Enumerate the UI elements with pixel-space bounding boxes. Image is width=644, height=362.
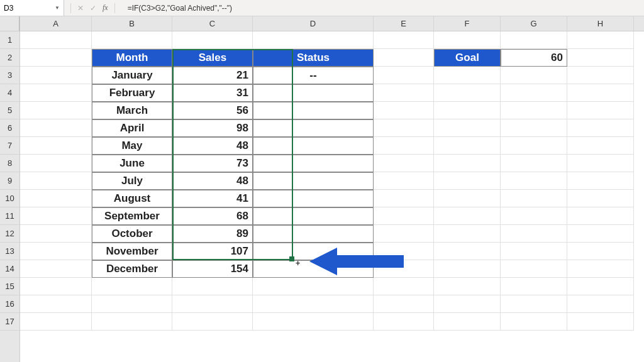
cell[interactable]: 41 [172,190,253,207]
cell[interactable] [20,49,92,67]
row-header[interactable]: 2 [0,49,19,67]
cell[interactable]: December [92,260,172,278]
row-header[interactable]: 6 [0,119,19,137]
cell[interactable] [567,155,634,172]
column-header[interactable]: E [374,16,434,31]
cell[interactable] [501,313,567,331]
cell[interactable] [434,278,501,295]
cell[interactable] [567,119,634,137]
cell[interactable] [20,243,92,260]
cell[interactable]: October [92,225,172,243]
cell[interactable] [374,225,434,243]
cell[interactable] [253,172,374,190]
cell[interactable] [501,84,567,102]
column-header[interactable]: H [567,16,634,31]
cell[interactable] [20,31,92,49]
cell[interactable]: 31 [172,84,253,102]
cell[interactable]: 98 [172,119,253,137]
cell[interactable] [501,172,567,190]
cell[interactable] [434,155,501,172]
row-header[interactable]: 11 [0,207,19,225]
cell[interactable] [567,137,634,155]
cell[interactable] [501,207,567,225]
cell[interactable] [567,67,634,84]
cell[interactable] [253,190,374,207]
cell[interactable]: September [92,207,172,225]
fx-icon[interactable]: fx [103,3,108,13]
row-header[interactable]: 14 [0,260,19,278]
cell[interactable] [20,137,92,155]
column-header[interactable]: A [20,16,92,31]
cell[interactable] [434,190,501,207]
cell[interactable]: Month [92,49,172,67]
cell[interactable] [20,172,92,190]
cell[interactable] [567,313,634,331]
cell[interactable] [567,102,634,119]
cell[interactable] [374,137,434,155]
cell[interactable] [567,31,634,49]
cell[interactable] [501,243,567,260]
cell[interactable] [567,49,634,67]
row-header[interactable]: 16 [0,295,19,313]
cell[interactable] [92,31,172,49]
cell[interactable]: August [92,190,172,207]
cell[interactable] [374,295,434,313]
cell[interactable] [434,119,501,137]
cell[interactable] [501,119,567,137]
cell[interactable] [434,137,501,155]
cell[interactable] [92,295,172,313]
cell[interactable] [567,260,634,278]
row-header[interactable]: 8 [0,155,19,172]
cell[interactable] [501,278,567,295]
cell[interactable]: 89 [172,225,253,243]
cell[interactable] [434,243,501,260]
cell[interactable]: 21 [172,67,253,84]
cell[interactable] [253,102,374,119]
cell[interactable] [20,225,92,243]
cell[interactable]: -- [253,67,374,84]
column-header[interactable]: G [501,16,567,31]
cell[interactable] [434,225,501,243]
cell[interactable] [374,31,434,49]
row-header[interactable]: 12 [0,225,19,243]
cell[interactable] [374,84,434,102]
select-all-corner[interactable] [0,16,19,31]
row-header[interactable]: 3 [0,67,19,84]
row-header[interactable]: 10 [0,190,19,207]
cell[interactable] [567,207,634,225]
cell[interactable]: January [92,67,172,84]
cell[interactable] [172,278,253,295]
cell[interactable] [374,207,434,225]
row-header[interactable]: 7 [0,137,19,155]
cell[interactable] [92,313,172,331]
cell[interactable] [374,278,434,295]
cell[interactable] [567,225,634,243]
formula-bar-input[interactable]: =IF(C3>G2,"Goal Achived","--") [121,4,232,13]
cell[interactable] [20,119,92,137]
cell[interactable] [501,102,567,119]
cancel-icon[interactable]: ✕ [77,4,84,13]
cell[interactable]: 60 [501,49,567,67]
cell[interactable] [501,190,567,207]
cell[interactable] [172,313,253,331]
name-box[interactable]: D3 ▼ [0,0,64,16]
cell[interactable] [253,31,374,49]
cell[interactable] [501,137,567,155]
row-header[interactable]: 15 [0,278,19,295]
cell[interactable] [253,295,374,313]
row-header[interactable]: 4 [0,84,19,102]
cell[interactable]: March [92,102,172,119]
cell[interactable] [253,137,374,155]
cell[interactable] [434,172,501,190]
cell[interactable] [374,67,434,84]
row-header[interactable]: 1 [0,31,19,49]
cell[interactable] [374,119,434,137]
cell[interactable] [374,172,434,190]
cell[interactable] [20,190,92,207]
cell[interactable] [567,295,634,313]
cell[interactable] [172,295,253,313]
cell[interactable] [20,67,92,84]
cell[interactable] [92,278,172,295]
cell[interactable] [374,190,434,207]
cell[interactable] [20,102,92,119]
